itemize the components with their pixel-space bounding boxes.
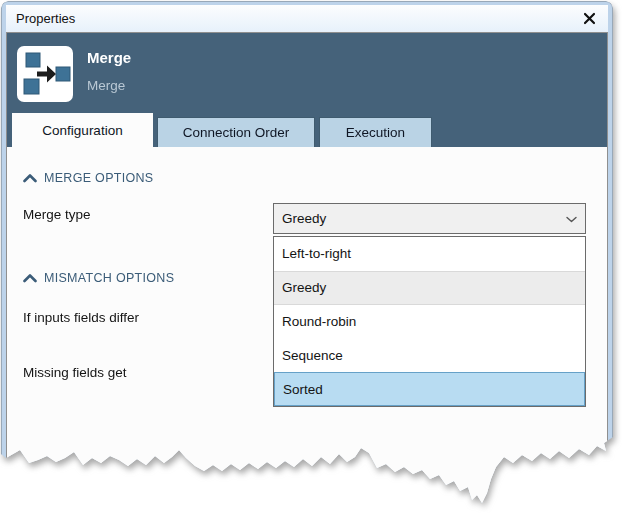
option-left-to-right[interactable]: Left-to-right	[274, 237, 585, 271]
node-title: Merge	[87, 49, 131, 66]
dropdown-value: Greedy	[282, 211, 326, 226]
section-merge-options[interactable]: MERGE OPTIONS	[23, 171, 153, 185]
screenshot-stage: Properties	[0, 0, 622, 513]
node-header: Merge Merge	[7, 33, 607, 113]
merge-type-label: Merge type	[23, 207, 91, 222]
option-sorted[interactable]: Sorted	[274, 372, 585, 406]
properties-window: Properties	[1, 1, 613, 512]
section-title: MERGE OPTIONS	[44, 171, 153, 185]
chevron-down-icon	[566, 211, 577, 226]
option-round-robin[interactable]: Round-robin	[274, 305, 585, 339]
torn-paper-shadow: Properties	[0, 0, 622, 513]
node-subtitle: Merge	[87, 78, 125, 93]
window-title: Properties	[16, 11, 75, 26]
tab-execution[interactable]: Execution	[319, 117, 432, 147]
close-button[interactable]	[580, 10, 598, 28]
chevron-up-icon	[23, 173, 37, 183]
close-icon	[583, 12, 596, 25]
tab-connection-order[interactable]: Connection Order	[157, 117, 315, 147]
missing-fields-get-label: Missing fields get	[23, 365, 127, 380]
configuration-panel: MERGE OPTIONS Merge type Greedy	[7, 147, 607, 511]
merge-type-option-list: Left-to-right Greedy Round-robin Sequenc…	[273, 236, 586, 407]
tab-configuration[interactable]: Configuration	[12, 113, 153, 147]
tab-bar: Configuration Connection Order Execution	[7, 113, 607, 147]
section-title: MISMATCH OPTIONS	[44, 271, 174, 285]
title-bar[interactable]: Properties	[6, 5, 608, 32]
merge-type-dropdown[interactable]: Greedy	[273, 203, 586, 234]
section-mismatch-options[interactable]: MISMATCH OPTIONS	[23, 271, 174, 285]
option-sequence[interactable]: Sequence	[274, 338, 585, 372]
chevron-up-icon	[23, 273, 37, 283]
merge-icon	[17, 46, 73, 102]
option-greedy[interactable]: Greedy	[274, 271, 585, 305]
window-body: Merge Merge Configuration Connection Ord…	[6, 32, 608, 511]
inputs-fields-differ-label: If inputs fields differ	[23, 310, 139, 325]
